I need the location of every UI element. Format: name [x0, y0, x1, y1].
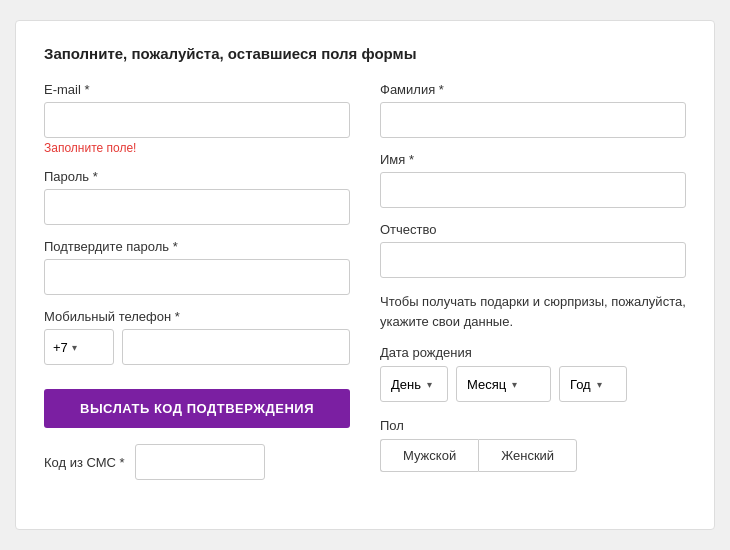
first-name-input[interactable]: [380, 172, 686, 208]
phone-country-code: +7: [53, 340, 68, 355]
right-column: Фамилия * Имя * Отчество Чтобы получать …: [380, 82, 686, 486]
birth-day-label: День: [391, 377, 421, 392]
phone-number-input[interactable]: [122, 329, 350, 365]
gift-text-group: Чтобы получать подарки и сюрпризы, пожал…: [380, 292, 686, 331]
confirm-password-label: Подтвердите пароль *: [44, 239, 350, 254]
phone-group: Мобильный телефон * +7 ▾: [44, 309, 350, 365]
first-name-group: Имя *: [380, 152, 686, 208]
birth-month-select[interactable]: Месяц ▾: [456, 366, 551, 402]
first-name-label: Имя *: [380, 152, 686, 167]
last-name-input[interactable]: [380, 102, 686, 138]
middle-name-group: Отчество: [380, 222, 686, 278]
gender-male-button[interactable]: Мужской: [380, 439, 478, 472]
email-input[interactable]: [44, 102, 350, 138]
last-name-label: Фамилия *: [380, 82, 686, 97]
gift-text: Чтобы получать подарки и сюрпризы, пожал…: [380, 292, 686, 331]
form-container: Заполните, пожалуйста, оставшиеся поля ф…: [15, 20, 715, 530]
middle-name-label: Отчество: [380, 222, 686, 237]
birth-year-label: Год: [570, 377, 591, 392]
birth-year-chevron-icon: ▾: [597, 379, 602, 390]
email-label: E-mail *: [44, 82, 350, 97]
birth-day-chevron-icon: ▾: [427, 379, 432, 390]
phone-country-chevron-icon: ▾: [72, 342, 77, 353]
last-name-group: Фамилия *: [380, 82, 686, 138]
sms-code-input[interactable]: [135, 444, 265, 480]
gender-row: Мужской Женский: [380, 439, 686, 472]
birth-month-chevron-icon: ▾: [512, 379, 517, 390]
birth-day-select[interactable]: День ▾: [380, 366, 448, 402]
email-error: Заполните поле!: [44, 141, 350, 155]
send-code-button[interactable]: ВЫСЛАТЬ КОД ПОДТВЕРЖДЕНИЯ: [44, 389, 350, 428]
sms-label: Код из СМС *: [44, 455, 125, 470]
birth-row: День ▾ Месяц ▾ Год ▾: [380, 366, 686, 402]
birth-label: Дата рождения: [380, 345, 686, 360]
password-input[interactable]: [44, 189, 350, 225]
birth-group: Дата рождения День ▾ Месяц ▾ Год ▾: [380, 345, 686, 402]
phone-label: Мобильный телефон *: [44, 309, 350, 324]
phone-row: +7 ▾: [44, 329, 350, 365]
birth-year-select[interactable]: Год ▾: [559, 366, 627, 402]
password-label: Пароль *: [44, 169, 350, 184]
password-group: Пароль *: [44, 169, 350, 225]
left-column: E-mail * Заполните поле! Пароль * Подтве…: [44, 82, 350, 486]
form-title: Заполните, пожалуйста, оставшиеся поля ф…: [44, 45, 686, 62]
phone-country-select[interactable]: +7 ▾: [44, 329, 114, 365]
gender-female-button[interactable]: Женский: [478, 439, 577, 472]
form-columns: E-mail * Заполните поле! Пароль * Подтве…: [44, 82, 686, 486]
confirm-password-group: Подтвердите пароль *: [44, 239, 350, 295]
email-group: E-mail * Заполните поле!: [44, 82, 350, 155]
sms-row: Код из СМС *: [44, 444, 350, 480]
birth-month-label: Месяц: [467, 377, 506, 392]
gender-label: Пол: [380, 418, 686, 433]
middle-name-input[interactable]: [380, 242, 686, 278]
gender-group: Пол Мужской Женский: [380, 418, 686, 472]
confirm-password-input[interactable]: [44, 259, 350, 295]
